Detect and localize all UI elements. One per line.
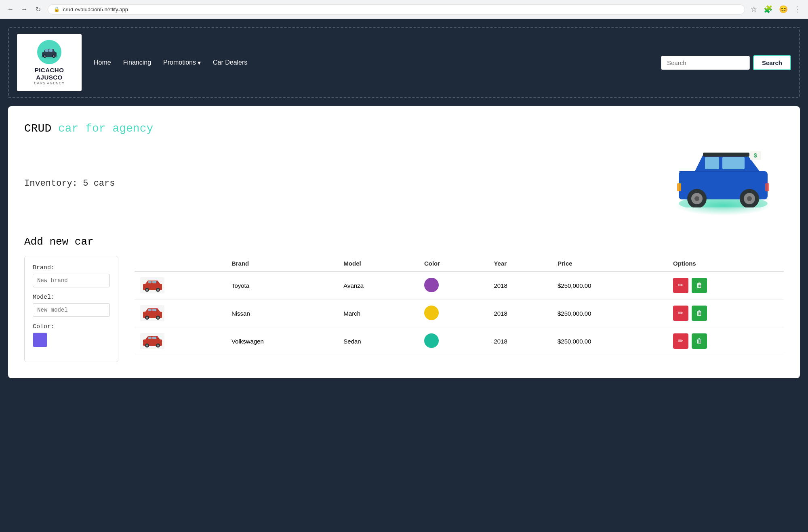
color-cell (419, 300, 488, 327)
svg-point-7 (53, 55, 55, 57)
delete-button[interactable]: 🗑 (692, 333, 707, 349)
nav-container: PICACHO AJUSCO CARS AGENCY Home Financin… (8, 27, 800, 98)
model-cell: Avanza (338, 271, 419, 300)
search-button[interactable]: Search (753, 55, 791, 70)
brand-cell: Toyota (226, 271, 338, 300)
svg-rect-24 (148, 281, 152, 283)
car-illustration: $ (663, 147, 784, 220)
logo-box: PICACHO AJUSCO CARS AGENCY (17, 34, 82, 91)
svg-rect-12 (703, 153, 749, 157)
car-large-icon: $ (671, 147, 776, 207)
col-price: Price (552, 256, 667, 271)
table-header: Brand Model Color Year Price Options (135, 256, 784, 271)
car-svg-wrapper: $ (671, 147, 776, 209)
svg-point-20 (747, 196, 752, 201)
car-image-cell (135, 300, 226, 327)
nav-links: Home Financing Promotions ▾ Car Dealers (94, 59, 661, 67)
car-thumbnail (140, 277, 164, 293)
car-image-cell (135, 327, 226, 355)
svg-rect-10 (705, 157, 719, 169)
color-cell (419, 271, 488, 300)
table-body: ToyotaAvanza2018$250,000.00 ✏ 🗑 NissanMa… (135, 271, 784, 355)
url-text: crud-evaluacion5.netlify.app (63, 6, 128, 13)
price-cell: $250,000.00 (552, 271, 667, 300)
model-input[interactable] (33, 303, 110, 317)
svg-point-5 (44, 55, 46, 57)
svg-rect-22 (765, 183, 769, 191)
svg-point-41 (146, 345, 148, 347)
svg-rect-38 (148, 337, 152, 339)
back-button[interactable]: ← (5, 4, 16, 15)
car-thumbnail (140, 333, 164, 349)
model-cell: March (338, 300, 419, 327)
bookmark-icon[interactable]: ☆ (749, 3, 759, 15)
account-icon[interactable]: 😊 (777, 3, 789, 15)
options-cell: ✏ 🗑 (667, 300, 784, 327)
brand-input[interactable] (33, 274, 110, 287)
col-color: Color (419, 256, 488, 271)
color-picker[interactable] (33, 333, 47, 347)
edit-button[interactable]: ✏ (673, 278, 688, 293)
svg-rect-11 (722, 157, 745, 169)
nav-home[interactable]: Home (94, 59, 111, 66)
nav-financing[interactable]: Financing (123, 59, 151, 66)
browser-actions: ☆ 🧩 😊 ⋮ (749, 3, 803, 15)
table-row: VolkswagenSedan2018$250,000.00 ✏ 🗑 (135, 327, 784, 355)
nav-promotions[interactable]: Promotions ▾ (163, 59, 201, 67)
reload-button[interactable]: ↻ (32, 4, 44, 15)
svg-rect-31 (148, 309, 152, 311)
brand-cell: Nissan (226, 300, 338, 327)
color-label: Color: (33, 323, 110, 330)
svg-rect-25 (152, 281, 156, 283)
extension-icon[interactable]: 🧩 (762, 3, 774, 15)
brand-label: Brand: (33, 264, 110, 271)
car-thumbnail (140, 305, 164, 321)
price-cell: $250,000.00 (552, 327, 667, 355)
brand-field: Brand: (33, 264, 110, 287)
logo-circle (37, 40, 61, 64)
main-content: CRUD car for agency Inventory: 5 cars (8, 106, 800, 378)
inventory-text: Inventory: 5 cars (24, 178, 115, 189)
dropdown-arrow-icon: ▾ (198, 59, 201, 67)
svg-rect-21 (677, 183, 681, 191)
forward-button[interactable]: → (19, 4, 30, 15)
lock-icon: 🔒 (54, 6, 60, 12)
car-image-cell (135, 271, 226, 300)
model-field: Model: (33, 294, 110, 317)
price-cell: $250,000.00 (552, 300, 667, 327)
browser-chrome: ← → ↻ 🔒 crud-evaluacion5.netlify.app ☆ 🧩… (0, 0, 808, 19)
year-cell: 2018 (488, 271, 552, 300)
model-cell: Sedan (338, 327, 419, 355)
svg-point-43 (157, 345, 159, 347)
edit-button[interactable]: ✏ (673, 306, 688, 321)
year-cell: 2018 (488, 327, 552, 355)
car-form: Brand: Model: Color: (24, 256, 118, 362)
svg-point-34 (146, 317, 148, 319)
delete-button[interactable]: 🗑 (692, 278, 707, 293)
search-area: Search (661, 55, 791, 70)
menu-icon[interactable]: ⋮ (793, 3, 803, 15)
add-car-title: Add new car (24, 236, 784, 248)
search-input[interactable] (661, 56, 750, 70)
svg-point-29 (157, 289, 159, 291)
svg-point-17 (694, 196, 699, 201)
model-label: Model: (33, 294, 110, 301)
col-year: Year (488, 256, 552, 271)
color-dot (424, 333, 439, 348)
browser-nav: ← → ↻ (5, 4, 44, 15)
logo-text-main: PICACHO AJUSCO (35, 67, 64, 81)
logo-text-sub: CARS AGENCY (34, 81, 65, 85)
nav-car-dealers[interactable]: Car Dealers (213, 59, 247, 66)
table-row: ToyotaAvanza2018$250,000.00 ✏ 🗑 (135, 271, 784, 300)
color-dot (424, 278, 439, 292)
inventory-section: Inventory: 5 cars (24, 147, 784, 220)
svg-point-27 (146, 289, 148, 291)
delete-button[interactable]: 🗑 (692, 306, 707, 321)
address-bar[interactable]: 🔒 crud-evaluacion5.netlify.app (48, 4, 745, 15)
options-cell: ✏ 🗑 (667, 327, 784, 355)
navbar: PICACHO AJUSCO CARS AGENCY Home Financin… (9, 28, 799, 97)
col-image (135, 256, 226, 271)
year-cell: 2018 (488, 300, 552, 327)
edit-button[interactable]: ✏ (673, 333, 688, 349)
svg-point-36 (157, 317, 159, 319)
